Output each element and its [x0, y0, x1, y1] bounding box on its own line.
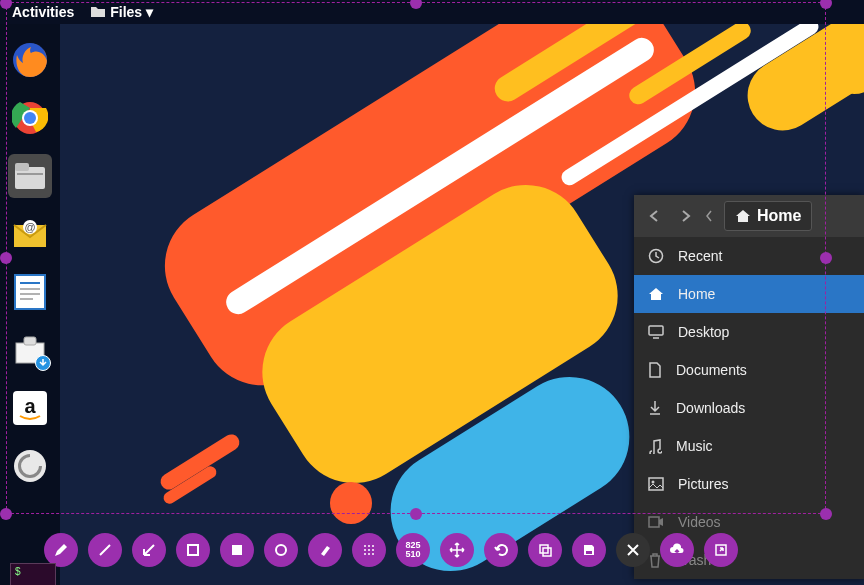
home-icon — [735, 209, 751, 223]
tool-arrow[interactable] — [132, 533, 166, 567]
svg-line-24 — [100, 545, 110, 555]
svg-point-30 — [372, 545, 374, 547]
files-menu[interactable]: Files ▾ — [90, 4, 153, 20]
sidebar-item-downloads[interactable]: Downloads — [634, 389, 864, 427]
folder-icon — [90, 5, 106, 19]
path-bar[interactable]: Home — [724, 201, 812, 231]
svg-rect-6 — [17, 173, 43, 175]
fill-rect-icon — [229, 542, 245, 558]
amazon-icon: a — [11, 389, 49, 427]
svg-point-34 — [364, 553, 366, 555]
files-sidebar: Recent Home Desktop Documents Downloads … — [634, 237, 864, 579]
dock-software[interactable] — [8, 328, 52, 372]
tool-copy[interactable] — [528, 533, 562, 567]
video-icon — [648, 516, 664, 528]
svg-text:a: a — [24, 395, 36, 417]
sidebar-item-label: Videos — [678, 514, 721, 530]
terminal-window[interactable]: $ — [10, 563, 56, 585]
tool-open[interactable] — [704, 533, 738, 567]
svg-rect-26 — [232, 545, 242, 555]
dock-writer[interactable] — [8, 270, 52, 314]
copy-icon — [537, 542, 553, 558]
cloud-upload-icon — [669, 543, 685, 557]
tool-move[interactable] — [440, 533, 474, 567]
svg-rect-15 — [24, 337, 36, 345]
tool-undo[interactable] — [484, 533, 518, 567]
clock-icon — [648, 248, 664, 264]
terminal-prompt: $ — [15, 566, 21, 577]
tool-size-indicator[interactable]: 825 510 — [396, 533, 430, 567]
tool-fill-rect[interactable] — [220, 533, 254, 567]
back-button[interactable] — [640, 201, 670, 231]
document-icon — [648, 362, 662, 378]
resize-handle[interactable] — [0, 508, 12, 520]
resize-handle[interactable] — [410, 508, 422, 520]
files-menu-label: Files — [110, 4, 142, 20]
sidebar-item-music[interactable]: Music — [634, 427, 864, 465]
sidebar-item-desktop[interactable]: Desktop — [634, 313, 864, 351]
tool-marker[interactable] — [308, 533, 342, 567]
forward-button[interactable] — [670, 201, 700, 231]
svg-point-22 — [652, 481, 655, 484]
document-icon — [13, 273, 47, 311]
tool-pencil[interactable] — [44, 533, 78, 567]
chrome-icon — [12, 100, 48, 136]
resize-handle[interactable] — [0, 252, 12, 264]
arrow-right-icon — [678, 209, 692, 223]
svg-point-32 — [368, 549, 370, 551]
dropdown-icon: ▾ — [146, 4, 153, 20]
tool-circle[interactable] — [264, 533, 298, 567]
tool-close[interactable] — [616, 533, 650, 567]
svg-rect-21 — [649, 478, 663, 490]
move-icon — [449, 542, 465, 558]
resize-handle[interactable] — [820, 508, 832, 520]
tool-blur[interactable] — [352, 533, 386, 567]
save-icon — [581, 542, 597, 558]
tool-rect[interactable] — [176, 533, 210, 567]
dock-mail[interactable]: @ — [8, 212, 52, 256]
line-icon — [97, 542, 113, 558]
svg-point-33 — [372, 549, 374, 551]
sidebar-item-label: Home — [678, 286, 715, 302]
mail-icon: @ — [12, 217, 48, 251]
dock-amazon[interactable]: a — [8, 386, 52, 430]
tool-line[interactable] — [88, 533, 122, 567]
svg-rect-39 — [586, 551, 592, 554]
sidebar-item-label: Pictures — [678, 476, 729, 492]
path-label: Home — [757, 207, 801, 225]
sidebar-item-label: Documents — [676, 362, 747, 378]
dock-simplenote[interactable] — [8, 444, 52, 488]
tool-save[interactable] — [572, 533, 606, 567]
sidebar-item-home[interactable]: Home — [634, 275, 864, 313]
sidebar-item-label: Downloads — [676, 400, 745, 416]
desktop-icon — [648, 325, 664, 339]
activities-button[interactable]: Activities — [0, 4, 86, 20]
svg-point-31 — [364, 549, 366, 551]
arrow-icon — [141, 542, 157, 558]
open-app-icon — [714, 543, 728, 557]
launcher-dock: @ a — [0, 24, 60, 585]
sidebar-item-label: Desktop — [678, 324, 729, 340]
svg-point-35 — [368, 553, 370, 555]
sidebar-item-documents[interactable]: Documents — [634, 351, 864, 389]
dock-files[interactable] — [8, 154, 52, 198]
top-bar: Activities Files ▾ — [0, 0, 864, 24]
svg-rect-20 — [649, 326, 663, 335]
screenshot-toolbar: 825 510 — [44, 533, 738, 567]
download-icon — [648, 400, 662, 416]
svg-rect-25 — [188, 545, 198, 555]
resize-handle[interactable] — [820, 252, 832, 264]
firefox-icon — [11, 41, 49, 79]
sidebar-item-label: Recent — [678, 248, 722, 264]
dock-chrome[interactable] — [8, 96, 52, 140]
svg-point-29 — [368, 545, 370, 547]
path-prev-button[interactable] — [700, 201, 718, 231]
svg-point-3 — [24, 112, 36, 124]
picture-icon — [648, 477, 664, 491]
update-badge-icon — [35, 355, 51, 371]
sidebar-item-pictures[interactable]: Pictures — [634, 465, 864, 503]
svg-rect-23 — [649, 517, 659, 527]
tool-upload[interactable] — [660, 533, 694, 567]
chevron-left-icon — [705, 210, 713, 222]
dock-firefox[interactable] — [8, 38, 52, 82]
